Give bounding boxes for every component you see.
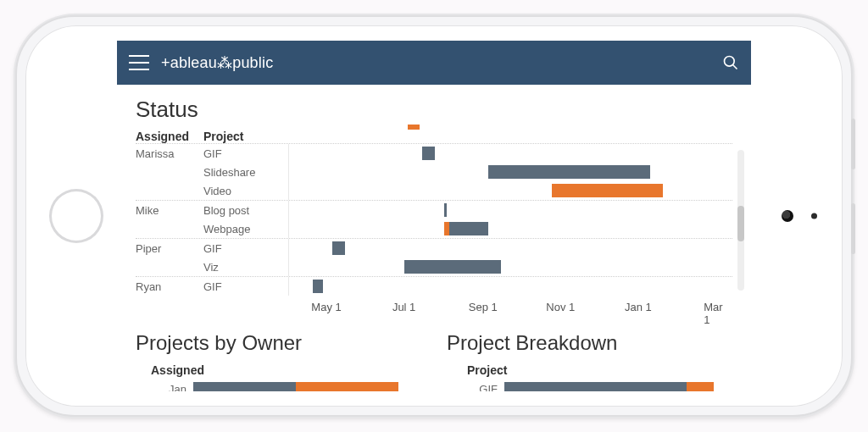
- bar-segment[interactable]: [296, 382, 398, 391]
- col-header-assigned: Assigned: [136, 130, 203, 143]
- bar-track: [288, 163, 732, 181]
- stacked-bar-row[interactable]: Jan: [136, 380, 421, 391]
- projects-by-owner-chart[interactable]: Projects by Owner Assigned Jan: [136, 331, 421, 391]
- status-group: MikeBlog postWebpage: [136, 200, 732, 238]
- bar-segment[interactable]: [687, 382, 714, 391]
- project-label: Webpage: [203, 223, 288, 235]
- volume-down-button[interactable]: [851, 203, 855, 254]
- status-scrollbar[interactable]: [737, 150, 744, 291]
- bar-track: [288, 258, 732, 276]
- status-plot-header: [288, 130, 732, 143]
- status-row[interactable]: MikeBlog post: [136, 201, 732, 219]
- bar-segment[interactable]: [193, 382, 296, 391]
- status-row[interactable]: Slideshare: [136, 163, 732, 181]
- project-label: GIF: [203, 242, 288, 255]
- status-title: Status: [136, 97, 732, 123]
- volume-up-button[interactable]: [851, 119, 855, 169]
- bar-track: [288, 277, 732, 296]
- gantt-bar[interactable]: [332, 241, 345, 255]
- bar-track: [288, 219, 732, 238]
- bar-track: [288, 181, 732, 200]
- gantt-bar[interactable]: [449, 222, 488, 235]
- status-row[interactable]: RyanGIF: [136, 277, 732, 296]
- project-breakdown-chart[interactable]: Project Breakdown Project GIF: [447, 331, 732, 391]
- gantt-bar[interactable]: [552, 184, 662, 197]
- app-header: +ableau⁂public: [117, 41, 751, 85]
- status-x-axis: May 1Jul 1Sep 1Nov 1Jan 1Mar 1: [136, 301, 732, 316]
- gantt-bar[interactable]: [444, 222, 449, 235]
- status-row[interactable]: MarissaGIF: [136, 144, 732, 163]
- bar-segment[interactable]: [504, 382, 687, 391]
- assigned-label: Ryan: [136, 280, 203, 293]
- status-group: PiperGIFViz: [136, 238, 732, 276]
- axis-tick: May 1: [311, 301, 341, 313]
- axis-tick: Jul 1: [392, 301, 415, 313]
- bar-track: [504, 380, 732, 391]
- speaker-dot: [811, 213, 817, 219]
- status-row[interactable]: Webpage: [136, 219, 732, 238]
- status-row[interactable]: PiperGIF: [136, 239, 732, 258]
- home-button[interactable]: [49, 189, 103, 243]
- projects-by-owner-title: Projects by Owner: [136, 331, 421, 355]
- project-breakdown-title: Project Breakdown: [447, 331, 732, 355]
- status-row[interactable]: Video: [136, 181, 732, 200]
- assigned-label: Marissa: [136, 147, 203, 160]
- row-label: Jan: [136, 383, 193, 392]
- status-chart[interactable]: Assigned Project MarissaGIFSlideshareVid…: [136, 130, 732, 316]
- logo-text: +ableau⁂public: [161, 53, 273, 72]
- phone-inner: +ableau⁂public Status Assigned Project: [25, 25, 843, 407]
- search-icon[interactable]: [722, 54, 739, 71]
- status-header-row: Assigned Project: [136, 130, 732, 143]
- svg-point-0: [725, 57, 735, 67]
- gantt-bar[interactable]: [313, 280, 323, 293]
- axis-tick: Jan 1: [625, 301, 652, 313]
- gantt-bar[interactable]: [404, 260, 501, 274]
- assigned-label: Mike: [136, 204, 203, 217]
- menu-icon[interactable]: [129, 55, 149, 70]
- breakdown-col-header: Project: [447, 363, 732, 377]
- phone-frame: +ableau⁂public Status Assigned Project: [15, 15, 853, 417]
- status-row[interactable]: Viz: [136, 258, 732, 276]
- bar-track: [288, 144, 732, 163]
- gantt-bar[interactable]: [422, 147, 435, 160]
- screen: +ableau⁂public Status Assigned Project: [117, 41, 751, 391]
- bar-track: [288, 201, 732, 219]
- project-label: Video: [203, 185, 288, 197]
- project-label: GIF: [203, 280, 288, 293]
- bar-track: [288, 239, 732, 258]
- owner-col-header: Assigned: [136, 363, 421, 377]
- project-label: Blog post: [203, 204, 288, 217]
- row-label: GIF: [447, 383, 504, 392]
- bar-track: [193, 380, 421, 391]
- col-header-project: Project: [203, 130, 288, 143]
- project-label: GIF: [203, 147, 288, 160]
- axis-tick: Nov 1: [546, 301, 575, 313]
- scrollbar-thumb[interactable]: [737, 206, 744, 241]
- project-label: Viz: [203, 261, 288, 274]
- today-indicator: [408, 125, 419, 130]
- axis-tick: Mar 1: [704, 301, 723, 326]
- front-camera: [782, 210, 793, 222]
- svg-line-1: [733, 65, 737, 69]
- status-group: MarissaGIFSlideshareVideo: [136, 143, 732, 200]
- project-label: Slideshare: [203, 166, 288, 179]
- assigned-label: Piper: [136, 242, 203, 255]
- stacked-bar-row[interactable]: GIF: [447, 380, 732, 391]
- status-group: RyanGIF: [136, 276, 732, 296]
- gantt-bar[interactable]: [444, 203, 447, 217]
- gantt-bar[interactable]: [488, 165, 649, 179]
- content-area: Status Assigned Project MarissaGIFSlides…: [117, 85, 751, 391]
- axis-tick: Sep 1: [469, 301, 498, 313]
